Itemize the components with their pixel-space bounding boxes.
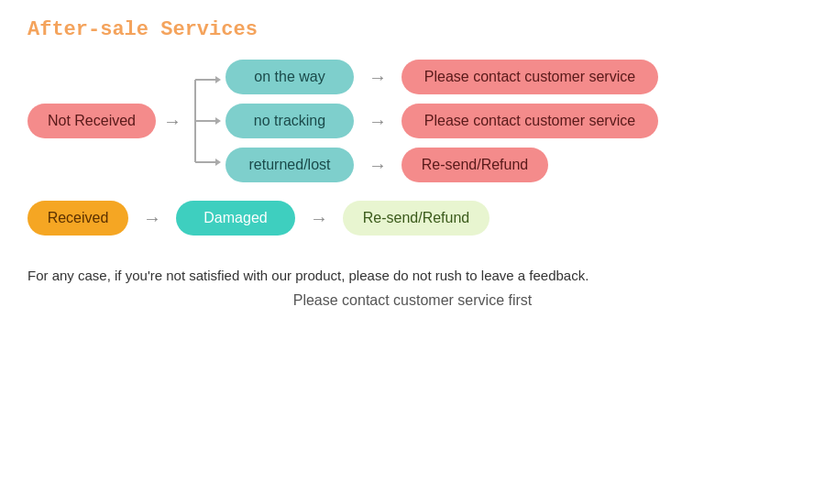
- received-box: Received: [28, 201, 128, 236]
- arrow-damaged: →: [310, 208, 328, 229]
- result-contact-1: Please contact customer service: [402, 60, 658, 94]
- svg-marker-6: [215, 159, 221, 166]
- arrow-1: →: [368, 67, 387, 88]
- received-section: Received → Damaged → Re-send/Refund: [28, 201, 798, 236]
- not-received-left: Not Received →: [28, 104, 189, 138]
- not-received-box: Not Received: [28, 104, 156, 138]
- footer-line2: Please contact customer service first: [28, 288, 798, 314]
- branch-svg: [193, 61, 221, 181]
- branch-row-1: on the way → Please contact customer ser…: [226, 60, 658, 94]
- result-resend-refund-1: Re-send/Refund: [402, 148, 548, 182]
- result-contact-2: Please contact customer service: [402, 104, 658, 138]
- damaged-box: Damaged: [176, 201, 295, 236]
- branch-row-2: no tracking → Please contact customer se…: [226, 104, 658, 138]
- svg-marker-5: [215, 117, 221, 125]
- result-resend-refund-2: Re-send/Refund: [343, 201, 490, 236]
- page: After-sale Services Not Received →: [0, 0, 825, 504]
- branch-right: on the way → Please contact customer ser…: [226, 60, 658, 182]
- status-on-the-way: on the way: [226, 60, 354, 94]
- arrow-received: →: [143, 208, 161, 229]
- status-no-tracking: no tracking: [226, 104, 354, 138]
- not-received-section: Not Received → on the way → Please cont: [28, 60, 798, 182]
- footer-section: For any case, if you're not satisfied wi…: [28, 263, 798, 314]
- branch-row-3: returned/lost → Re-send/Refund: [226, 148, 658, 182]
- page-title: After-sale Services: [28, 18, 798, 41]
- arrow-3: →: [368, 155, 387, 176]
- svg-marker-4: [215, 76, 221, 83]
- arrow-2: →: [368, 111, 387, 132]
- status-returned-lost: returned/lost: [226, 148, 354, 182]
- main-arrow: →: [163, 111, 182, 132]
- footer-line1: For any case, if you're not satisfied wi…: [28, 263, 798, 288]
